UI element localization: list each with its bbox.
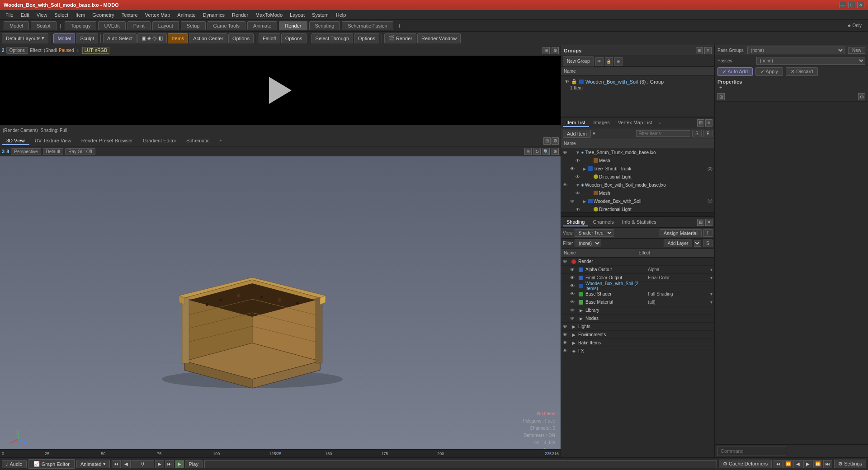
shader-bake-items[interactable]: 👁 ▶ Bake Items — [561, 339, 714, 347]
ti-expand-1[interactable]: ▼ — [576, 150, 580, 155]
mode-model-btn[interactable]: Model — [53, 33, 75, 43]
props-expand-btn[interactable]: ⊞ — [717, 93, 725, 100]
add-layer-btn[interactable]: Add Layer — [664, 240, 693, 247]
view-select[interactable]: Shader Tree — [575, 229, 613, 237]
shader-base-material[interactable]: 👁 Base Material (all) ▾ — [561, 298, 714, 306]
timeline-bar[interactable] — [204, 460, 717, 468]
shader-fx[interactable]: 👁 ◈ FX — [561, 347, 714, 355]
add-item-btn[interactable]: Add Item — [563, 130, 591, 138]
add-layer-select[interactable]: ▾ — [694, 240, 701, 247]
new-group-btn[interactable]: New Group — [563, 56, 594, 66]
animated-btn[interactable]: Animated ▾ — [76, 460, 109, 468]
shader-alpha-output[interactable]: 👁 Alpha Output Alpha ▾ — [561, 266, 714, 274]
item-list-s-btn[interactable]: S — [692, 130, 702, 137]
layout-tab-animate[interactable]: Animate — [247, 21, 277, 30]
shader-eye-lib[interactable]: 👁 — [570, 308, 576, 313]
default-layouts-btn[interactable]: Default Layouts ▾ — [2, 33, 48, 43]
layout-tab-scripting[interactable]: Scripting — [309, 21, 340, 30]
tree-item-dirlight-2[interactable]: 👁 Directional Light — [574, 205, 714, 212]
shader-eye-bake[interactable]: 👁 — [563, 340, 569, 345]
shader-eye-bs[interactable]: 👁 — [570, 291, 576, 296]
item-expand-btn[interactable]: ⊞ — [697, 119, 704, 127]
tree-item-woodenbox-group[interactable]: 👁 ▶ Wooden_Box_with_Soil (2) — [568, 197, 714, 205]
layout-tab-schematic[interactable]: Schematic Fusion — [342, 21, 393, 30]
items-btn[interactable]: Items — [168, 33, 188, 43]
menu-render[interactable]: Render — [228, 11, 252, 19]
ti-eye-6[interactable]: 👁 — [576, 191, 582, 196]
shading-tab-shading[interactable]: Shading — [563, 218, 588, 226]
transport-btn-1[interactable]: ⏮ — [774, 460, 783, 468]
shader-alpha-dropdown[interactable]: ▾ — [710, 267, 712, 272]
next-frame-btn[interactable]: ▶ — [155, 460, 164, 468]
props-settings-btn[interactable]: ⚙ — [858, 93, 865, 100]
viewport-raygl-btn[interactable]: Ray GL: Off — [65, 148, 95, 155]
viewport-type-btn[interactable]: Perspective — [11, 148, 41, 155]
rp-expand-btn[interactable]: ⊞ — [542, 47, 550, 54]
viewport-tab-gradient[interactable]: Gradient Editor — [138, 137, 181, 145]
item-list-f-btn[interactable]: F — [703, 130, 712, 137]
menu-geometry[interactable]: Geometry — [89, 11, 118, 19]
mode-sculpt-btn[interactable]: Sculpt — [76, 33, 98, 43]
auto-select-btn[interactable]: Auto Select — [103, 33, 137, 43]
passes-select[interactable]: (none) — [756, 57, 865, 65]
apply-btn[interactable]: ✓ Apply — [755, 67, 783, 76]
shader-eye-fx[interactable]: 👁 — [563, 348, 569, 353]
groups-eye-btn[interactable]: 👁 — [595, 57, 604, 66]
viewport-tab-render-preset[interactable]: Render Preset Browser — [77, 137, 137, 145]
rp-settings-btn[interactable]: ⚙ — [552, 47, 559, 54]
select-through-btn[interactable]: Select Through — [311, 33, 353, 43]
menu-animate[interactable]: Animate — [174, 11, 199, 19]
shader-bs-dropdown[interactable]: ▾ — [710, 291, 712, 296]
shading-tab-info[interactable]: Info & Statistics — [618, 218, 660, 226]
tree-item-treeshrunk-group[interactable]: 👁 ▶ Tree_Shrub_Trunk (2) — [568, 164, 714, 173]
shader-eye-render[interactable]: 👁 — [563, 259, 569, 264]
layout-add-tab[interactable]: + — [395, 21, 404, 30]
options-3-btn[interactable]: Options — [354, 33, 379, 43]
discard-btn[interactable]: ✕ Discard — [786, 67, 818, 76]
cache-btn[interactable]: ⚙ Cache Deformers — [719, 460, 772, 468]
viewport-shading-btn[interactable]: Default — [43, 148, 64, 155]
shader-eye-final[interactable]: 👁 — [570, 275, 576, 280]
tree-item-mesh-1[interactable]: 👁 Mesh — [574, 156, 714, 164]
item-tab-list[interactable]: Item List — [563, 119, 589, 127]
prev-start-btn[interactable]: ⏮ — [112, 460, 121, 468]
vc-nav-btn[interactable]: ⊕ — [524, 148, 532, 155]
layout-tab-topology[interactable]: Topology — [65, 21, 96, 30]
item-tab-vertexmap[interactable]: Vertex Map List — [614, 119, 656, 127]
maximize-btn[interactable]: □ — [848, 2, 855, 8]
auto-add-btn[interactable]: ✓ Auto Add — [717, 67, 753, 76]
shading-tab-channels[interactable]: Channels — [589, 218, 617, 226]
shader-bm-dropdown[interactable]: ▾ — [710, 300, 712, 305]
layout-tab-model[interactable]: Model — [4, 21, 29, 30]
menu-help[interactable]: Help — [332, 11, 350, 19]
menu-system[interactable]: System — [308, 11, 332, 19]
shader-final-dropdown[interactable]: ▾ — [710, 275, 712, 280]
menu-layout[interactable]: Layout — [286, 11, 308, 19]
viewport-expand-btn[interactable]: ⊞ — [543, 137, 551, 145]
tree-item-mesh-2[interactable]: 👁 Mesh — [574, 189, 714, 197]
shader-eye-nodes[interactable]: 👁 — [570, 316, 576, 321]
layout-tab-render[interactable]: Render — [279, 21, 307, 30]
menu-select[interactable]: Select — [51, 11, 72, 19]
ti-expand-7[interactable]: ▶ — [583, 199, 587, 204]
shader-woodenbox-group[interactable]: 👁 Wooden_Box_with_Soil (2 Items) — [561, 282, 714, 290]
layout-tab-paint[interactable]: Paint — [127, 21, 151, 30]
viewport-tab-uvtexture[interactable]: UV Texture View — [30, 137, 76, 145]
group-eye-icon[interactable]: 👁 — [565, 79, 569, 84]
render-play-icon[interactable] — [269, 77, 292, 104]
viewport-settings-btn[interactable]: ⚙ — [552, 137, 559, 145]
menu-edit[interactable]: Edit — [17, 11, 33, 19]
vc-zoom-btn[interactable]: 🔍 — [542, 148, 550, 155]
audio-btn[interactable]: ♪ Audio — [2, 460, 27, 468]
rp-options-btn[interactable]: Options — [6, 47, 28, 54]
shader-eye-alpha[interactable]: 👁 — [570, 267, 576, 272]
falloff-btn[interactable]: Falloff — [259, 33, 280, 43]
layout-tab-setup[interactable]: Setup — [181, 21, 206, 30]
shading-expand-btn[interactable]: ⊞ — [697, 219, 704, 226]
ti-eye-1[interactable]: 👁 — [563, 150, 569, 155]
menu-file[interactable]: File — [2, 11, 17, 19]
render-btn[interactable]: 🎬 Render — [384, 33, 416, 43]
item-list-scrollbar-h[interactable] — [561, 212, 714, 216]
shader-nodes[interactable]: 👁 ▶ Nodes — [561, 315, 714, 323]
ti-eye-2[interactable]: 👁 — [576, 158, 582, 163]
